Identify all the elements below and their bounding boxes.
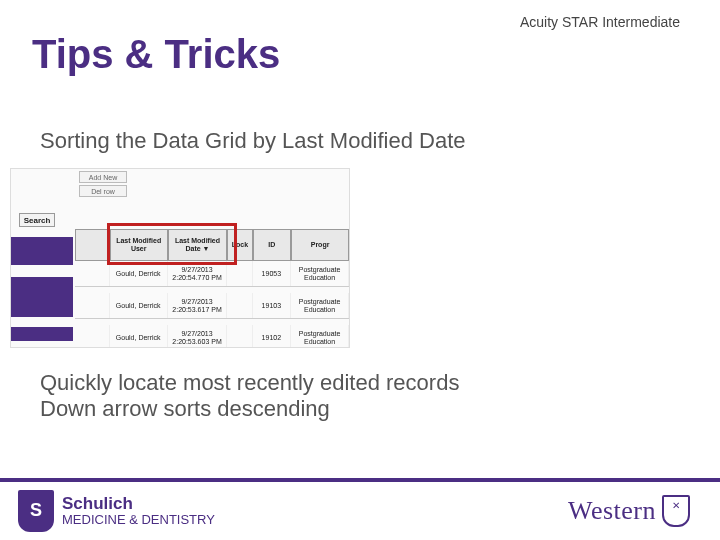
schulich-line2: MEDICINE & DENTISTRY — [62, 513, 215, 527]
header-lock: Lock — [227, 229, 252, 261]
footer: Schulich MEDICINE & DENTISTRY Western — [0, 478, 720, 540]
row-lock — [227, 261, 252, 286]
western-shield-icon — [662, 495, 690, 527]
schulich-shield-icon — [18, 490, 54, 532]
schulich-text: Schulich MEDICINE & DENTISTRY — [62, 495, 215, 528]
row-progr: Postgraduate Education — [291, 261, 349, 286]
row-lock — [227, 293, 252, 318]
purple-mask — [11, 327, 73, 341]
row-lock — [227, 325, 252, 348]
addnew-button: Add New — [79, 171, 127, 183]
row-date: 9/27/2013 2:20:53.617 PM — [168, 293, 228, 318]
header-id: ID — [253, 229, 292, 261]
search-button: Search — [19, 213, 55, 227]
header-progr: Progr — [291, 229, 349, 261]
datagrid-screenshot: Add New Del row Search Data Select Edit … — [10, 168, 350, 348]
row-date: 9/27/2013 2:20:53.603 PM — [168, 325, 228, 348]
delrow-button: Del row — [79, 185, 127, 197]
schulich-line1: Schulich — [62, 495, 215, 514]
body-line-2: Down arrow sorts descending — [40, 396, 330, 422]
row-select — [75, 261, 110, 286]
row-id: 19103 — [253, 293, 292, 318]
subtitle: Sorting the Data Grid by Last Modified D… — [40, 128, 466, 154]
schulich-logo: Schulich MEDICINE & DENTISTRY — [18, 490, 215, 532]
header-blank — [75, 229, 110, 261]
row-date: 9/27/2013 2:20:54.770 PM — [168, 261, 228, 286]
grid-header: Last Modified User Last Modified Date ▼ … — [75, 229, 349, 261]
row-id: 19053 — [253, 261, 292, 286]
table-row: Gould, Derrick 9/27/2013 2:20:53.617 PM … — [75, 293, 349, 319]
row-user: Gould, Derrick — [110, 261, 168, 286]
row-progr: Postgraduate Education — [291, 325, 349, 348]
body-line-1: Quickly locate most recently edited reco… — [40, 370, 459, 396]
purple-mask — [11, 237, 73, 265]
row-user: Gould, Derrick — [110, 293, 168, 318]
page-title: Tips & Tricks — [32, 32, 280, 77]
row-select — [75, 293, 110, 318]
western-logo: Western — [568, 495, 690, 527]
table-row: Gould, Derrick 9/27/2013 2:20:53.603 PM … — [75, 325, 349, 348]
row-id: 19102 — [253, 325, 292, 348]
western-text: Western — [568, 496, 656, 526]
header-user: Last Modified User — [110, 229, 168, 261]
table-row: Gould, Derrick 9/27/2013 2:20:54.770 PM … — [75, 261, 349, 287]
row-progr: Postgraduate Education — [291, 293, 349, 318]
row-user: Gould, Derrick — [110, 325, 168, 348]
header-date: Last Modified Date ▼ — [168, 229, 228, 261]
header-label: Acuity STAR Intermediate — [520, 14, 680, 30]
purple-mask — [11, 277, 73, 317]
row-select — [75, 325, 110, 348]
